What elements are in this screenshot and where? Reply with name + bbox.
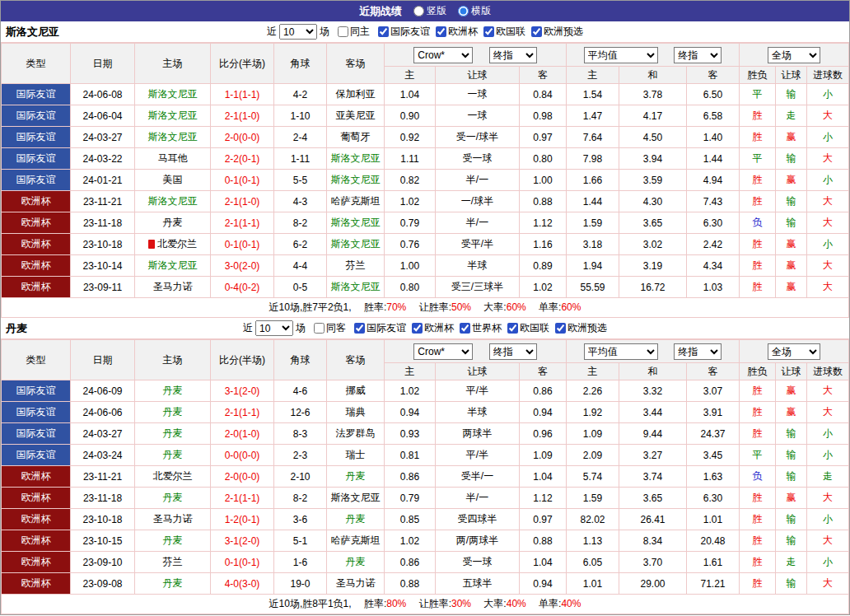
competition-filter[interactable]: 欧洲杯 [430,25,478,39]
same-venue-checkbox[interactable] [338,26,348,37]
result-handicap: 赢 [776,402,807,423]
competition-checkbox[interactable] [531,26,542,37]
col-corners: 角球 [274,44,327,84]
vertical-layout-label: 竖版 [427,4,446,18]
score-halftime: 2-0(0-0) [211,127,274,148]
competition-checkbox[interactable] [460,323,470,334]
odds-home: 0.76 [385,234,436,255]
average-select[interactable]: 平均值 [584,343,658,360]
competition-filter[interactable]: 欧国联 [502,321,549,335]
summary-prefix: 近10场,胜7平2负1, [269,301,352,313]
home-team-name: 丹麦 [163,534,183,546]
scope-select[interactable]: 全场 [768,47,820,63]
avg-away: 3.07 [687,380,740,402]
result-handicap: 赢 [776,488,807,509]
competition-type-badge: 国际友谊 [2,402,71,423]
home-team-name: 北爱尔兰 [157,238,197,250]
score-halftime: 2-1(1-0) [211,105,274,127]
average-select[interactable]: 平均值 [584,47,658,63]
result-goals: 大 [807,488,849,509]
result-goals: 小 [807,423,849,445]
match-row: 国际友谊24-06-04斯洛文尼亚2-1(1-0)1-10亚美尼亚0.90一球0… [2,105,849,127]
result-goals: 小 [807,84,849,105]
score-halftime: 0-0(0-0) [211,445,274,466]
competition-checkbox[interactable] [354,323,365,334]
odds-home: 0.81 [385,445,436,466]
competition-filter[interactable]: 欧洲杯 [406,321,454,335]
odds-home: 0.92 [385,127,436,148]
home-team: 北爱尔兰 [135,234,211,255]
competition-filter[interactable]: 国际友谊 [348,321,406,335]
competition-filter[interactable]: 欧国联 [478,25,525,39]
competition-checkbox[interactable] [378,26,389,37]
score-halftime: 2-1(1-1) [211,402,274,423]
result-wdl: 平 [740,84,776,105]
odds-time-select[interactable]: 终指 [489,343,537,360]
average-time-select[interactable]: 终指 [674,47,722,63]
average-time-select[interactable]: 终指 [674,343,722,360]
horizontal-layout-radio[interactable] [458,6,469,16]
scope-select[interactable]: 全场 [768,343,820,360]
avg-home: 1.59 [567,212,619,234]
avg-away: 3.91 [687,402,740,423]
competition-checkbox[interactable] [483,26,494,37]
col-avg-home: 主 [567,363,619,380]
result-handicap: 输 [776,191,807,212]
match-date: 23-10-18 [71,234,135,255]
competition-filters: 国际友谊欧洲杯欧国联欧洲预选 [372,25,583,40]
vertical-layout-radio[interactable] [413,6,424,16]
competition-checkbox[interactable] [507,323,518,334]
competition-checkbox[interactable] [412,323,423,334]
summary-stat-handicap-rate: 让胜率:50% [419,301,471,313]
odds-handicap: 受平/半 [436,234,520,255]
home-team-name: 丹麦 [163,492,183,503]
odds-company-select[interactable]: Crow* [413,47,473,63]
competition-type-badge: 国际友谊 [2,127,71,148]
home-team: 斯洛文尼亚 [135,255,211,277]
result-wdl: 胜 [740,105,776,127]
competition-label: 欧洲预选 [567,321,607,335]
away-team: 斯洛文尼亚 [327,488,385,509]
corners: 4-3 [274,191,327,212]
layout-option-vertical[interactable]: 竖版 [413,4,446,18]
result-wdl: 胜 [740,170,776,191]
recent-count-select[interactable]: 10 [279,24,317,40]
score-halftime: 2-0(0-0) [211,466,274,488]
same-venue-checkbox[interactable] [314,323,325,334]
layout-option-horizontal[interactable]: 横版 [458,4,491,18]
same-venue-filter[interactable]: 同主 [332,25,370,39]
average-group-header: 平均值 终指 [567,44,740,67]
scope-group-header: 全场 [740,340,849,363]
home-team-name: 斯洛文尼亚 [148,195,198,207]
odds-away: 0.86 [520,380,567,402]
result-wdl: 胜 [740,509,776,530]
home-team-name: 丹麦 [163,406,183,418]
odds-handicap: 五球半 [436,573,520,595]
avg-draw: 3.44 [619,402,687,423]
avg-away: 20.48 [687,530,740,552]
same-venue-filter[interactable]: 同客 [308,321,346,335]
score-halftime: 2-0(1-0) [211,423,274,445]
avg-draw: 29.00 [619,573,687,595]
away-team: 斯洛文尼亚 [327,170,385,191]
competition-filter[interactable]: 国际友谊 [372,25,430,39]
odds-time-select[interactable]: 终指 [489,47,537,63]
competition-filter[interactable]: 欧洲预选 [525,25,583,39]
competition-filter[interactable]: 世界杯 [454,321,502,335]
odds-away: 0.94 [520,573,567,595]
result-wdl: 负 [740,212,776,234]
recent-count-select[interactable]: 10 [255,320,293,336]
competition-checkbox[interactable] [555,323,566,334]
corners: 4-2 [274,84,327,105]
odds-company-select[interactable]: Crow* [413,343,473,360]
avg-draw: 26.41 [619,509,687,530]
match-date: 23-11-18 [71,488,135,509]
competition-filter[interactable]: 欧洲预选 [549,321,607,335]
competition-type-badge: 欧洲杯 [2,573,71,595]
home-team-name: 斯洛文尼亚 [148,259,198,271]
odds-handicap: 半/一 [436,212,520,234]
avg-away: 1.03 [687,277,740,298]
result-wdl: 胜 [740,277,776,298]
competition-checkbox[interactable] [436,26,446,37]
avg-draw: 3.70 [619,552,687,573]
